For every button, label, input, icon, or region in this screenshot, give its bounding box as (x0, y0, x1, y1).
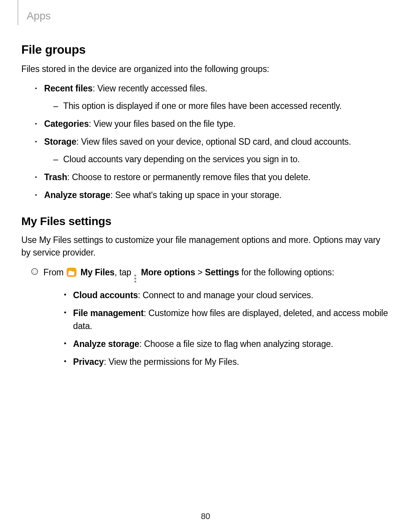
sublist: Cloud accounts vary depending on the ser… (53, 153, 390, 166)
item-label: Analyze storage (44, 190, 110, 200)
step-circle-icon (31, 268, 38, 275)
heading-my-files-settings: My Files settings (21, 215, 390, 228)
step-more-options: More options (139, 267, 195, 277)
settings-options-list: Cloud accounts: Connect to and manage yo… (64, 289, 390, 369)
file-groups-list: Recent files: View recently accessed fil… (35, 82, 390, 201)
list-item: Analyze storage: See what's taking up sp… (35, 189, 390, 201)
sublist-item: Cloud accounts vary depending on the ser… (53, 153, 390, 166)
item-text: : See what's taking up space in your sto… (110, 190, 282, 200)
item-label: Recent files (44, 83, 92, 93)
list-item: Analyze storage: Choose a file size to f… (64, 338, 390, 350)
sublist-item: This option is displayed if one or more … (53, 100, 390, 112)
item-label: Analyze storage (73, 339, 139, 349)
list-item: Recent files: View recently accessed fil… (35, 82, 390, 112)
page-number: 80 (0, 511, 411, 521)
item-label: Cloud accounts (73, 290, 138, 300)
folder-icon (67, 268, 76, 277)
more-options-icon (134, 275, 136, 283)
item-label: Privacy (73, 357, 104, 367)
procedure-list: From My Files, tap More options > Settin… (31, 266, 390, 368)
list-item: Privacy: View the permissions for My Fil… (64, 356, 390, 368)
step-text-mid2: > (195, 267, 205, 277)
procedure-step: From My Files, tap More options > Settin… (31, 266, 390, 368)
sublist: This option is displayed if one or more … (53, 100, 390, 112)
item-label: File management (73, 308, 144, 318)
item-text: : View files saved on your device, optio… (76, 137, 351, 147)
step-text-pre: From (43, 267, 66, 277)
list-item: File management: Customize how files are… (64, 307, 390, 332)
item-label: Storage (44, 137, 76, 147)
step-text-mid1: , tap (115, 267, 134, 277)
item-text: : Connect to and manage your cloud servi… (138, 290, 313, 300)
header-rule (18, 0, 18, 25)
step-text-post: for the following options: (239, 267, 334, 277)
list-item: Trash: Choose to restore or permanently … (35, 171, 390, 184)
step-app-name: My Files (78, 267, 115, 277)
intro-my-files-settings: Use My Files settings to customize your … (21, 234, 390, 259)
intro-file-groups: Files stored in the device are organized… (21, 63, 390, 75)
list-item: Categories: View your files based on the… (35, 118, 390, 130)
item-text: : View the permissions for My Files. (104, 357, 239, 367)
item-text: : View recently accessed files. (92, 83, 207, 93)
list-item: Storage: View files saved on your device… (35, 136, 390, 166)
item-text: : View your files based on the file type… (89, 119, 236, 129)
heading-file-groups: File groups (21, 43, 390, 57)
section-tab: Apps (27, 10, 390, 22)
step-settings: Settings (205, 267, 239, 277)
list-item: Cloud accounts: Connect to and manage yo… (64, 289, 390, 302)
item-label: Trash (44, 172, 67, 182)
item-label: Categories (44, 119, 89, 129)
item-text: : Choose a file size to flag when analyz… (139, 339, 333, 349)
item-text: : Choose to restore or permanently remov… (67, 172, 311, 182)
document-page: Apps File groups Files stored in the dev… (0, 0, 411, 390)
